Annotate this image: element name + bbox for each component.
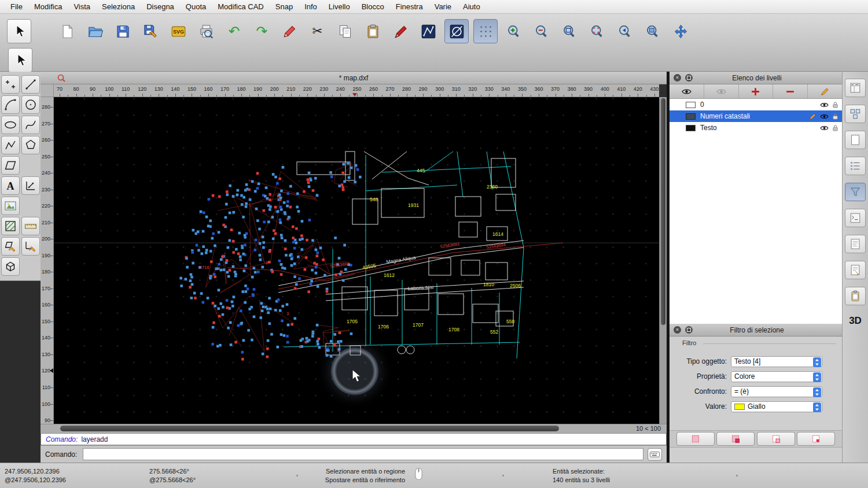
show-all-layers-button[interactable] (670, 84, 704, 98)
image-tool-button[interactable] (1, 197, 20, 215)
zoom-out-button[interactable] (530, 20, 553, 43)
vertical-scrollbar[interactable] (659, 97, 667, 424)
filter-select-button[interactable] (676, 432, 715, 446)
menu-modifica-cad[interactable]: Modifica CAD (212, 0, 269, 14)
drawing-canvas[interactable]: 4452360548193116144350516121810250617051… (54, 97, 659, 424)
filter-valore-dropdown[interactable]: Giallo (731, 401, 822, 412)
layer-lock-icon[interactable] (832, 124, 838, 132)
layer-row-testo[interactable]: Testo (670, 122, 842, 134)
filter-propriet-dropdown[interactable]: Colore (731, 371, 822, 382)
horizontal-scrollbar-thumb[interactable] (60, 426, 559, 431)
polyline-tools-button[interactable] (1, 136, 20, 154)
zoom-selection-button[interactable] (586, 20, 609, 43)
paste-button[interactable] (361, 20, 384, 43)
edit-dimension-tools-button[interactable] (21, 237, 40, 256)
script-panel-panel-button[interactable] (845, 235, 866, 253)
grid-toggle-button[interactable] (473, 19, 498, 43)
menu-livello[interactable]: Livello (323, 0, 356, 14)
layer-visibility-icon[interactable] (820, 125, 829, 131)
menu-vista[interactable]: Vista (68, 0, 96, 14)
add-layer-button[interactable] (739, 84, 774, 98)
copy-button[interactable] (333, 20, 356, 43)
command-options-panel-button[interactable] (845, 209, 866, 227)
close-filter-panel-button[interactable]: × (674, 326, 681, 334)
sheet-view-panel-button[interactable] (845, 131, 866, 149)
property-editor-panel-button[interactable] (845, 79, 866, 97)
layer-lock-icon[interactable] (832, 113, 838, 120)
dimension-tools-button[interactable] (21, 176, 40, 195)
menu-modifica[interactable]: Modifica (28, 0, 68, 14)
menu-disegna[interactable]: Disegna (141, 0, 180, 14)
zoom-window-button[interactable] (641, 20, 664, 43)
block-list-panel-button[interactable] (845, 105, 866, 123)
layer-edit-pencil-icon[interactable] (809, 113, 816, 120)
menu-aiuto[interactable]: Aiuto (457, 0, 486, 14)
selection-pointer-button[interactable] (8, 48, 32, 72)
filter-add-to-selection-button[interactable] (716, 432, 755, 446)
filter-tipo-oggetto-dropdown[interactable]: Testo [4] (731, 356, 822, 367)
command-keyboard-button[interactable] (648, 448, 662, 461)
layer-visibility-icon[interactable] (820, 102, 829, 108)
open-file-button[interactable] (83, 20, 106, 43)
measure-tool-button[interactable] (21, 217, 40, 235)
horizontal-scrollbar[interactable]: 10 < 100 (41, 424, 667, 433)
polygon-tools-button[interactable] (21, 136, 40, 154)
circle-tools-button[interactable] (21, 95, 40, 114)
menu-varie[interactable]: Varie (429, 0, 457, 14)
vertical-scrollbar-thumb[interactable] (661, 98, 665, 325)
svg-export-button[interactable]: SVG (167, 20, 190, 43)
menu-info[interactable]: Info (299, 0, 323, 14)
draw-pen-button[interactable] (278, 20, 301, 43)
plane-tools-button[interactable] (1, 156, 20, 175)
view-list-panel-button[interactable] (845, 157, 866, 175)
highlight-pen-button[interactable] (389, 20, 412, 43)
layer-row-0[interactable]: 0 (670, 99, 842, 110)
hide-all-layers-button[interactable] (704, 84, 739, 98)
cut-button[interactable]: ✂ (306, 20, 329, 43)
detach-layer-panel-button[interactable] (685, 74, 693, 82)
save-as-button[interactable] (139, 20, 162, 43)
solid-tools-button[interactable] (1, 257, 20, 276)
zoom-previous-button[interactable] (613, 20, 637, 43)
menu-snap[interactable]: Snap (270, 0, 299, 14)
selection-pointer-button[interactable] (7, 19, 31, 43)
pan-view-button[interactable] (669, 20, 692, 43)
print-preview-button[interactable] (194, 20, 218, 43)
menu-blocco[interactable]: Blocco (356, 0, 390, 14)
line-tools-button[interactable] (21, 75, 40, 94)
menu-quota[interactable]: Quota (180, 0, 212, 14)
filter-remove-from-selection-button[interactable] (757, 432, 795, 446)
save-file-button[interactable] (111, 20, 134, 43)
redo-button[interactable]: ↷ (250, 20, 273, 43)
zoom-auto-button[interactable] (558, 20, 581, 43)
text-tool-button[interactable]: A (1, 176, 20, 195)
remove-layer-button[interactable] (773, 84, 808, 98)
ruler-label: 370 (551, 86, 560, 92)
zoom-in-button[interactable] (502, 20, 525, 43)
point-tools-button[interactable] (1, 75, 20, 94)
circle-tool-button[interactable] (444, 19, 469, 43)
close-layer-panel-button[interactable]: × (674, 74, 681, 82)
filter-confronto-dropdown[interactable]: = (è) (731, 386, 822, 397)
clipboard-panel-panel-button[interactable] (845, 287, 866, 305)
detach-filter-panel-button[interactable] (685, 326, 693, 334)
new-file-button[interactable] (56, 20, 79, 43)
modify-tools-button[interactable] (1, 237, 20, 256)
layer-visibility-icon[interactable] (820, 113, 829, 120)
selection-filter-panel-button[interactable] (845, 183, 866, 201)
filter-intersect-selection-button[interactable] (797, 432, 835, 446)
arc-tools-button[interactable] (1, 95, 20, 114)
undo-button[interactable]: ↶ (222, 20, 245, 43)
menu-file[interactable]: File (5, 0, 28, 14)
edit-layer-button[interactable] (808, 84, 842, 98)
layer-lock-icon[interactable] (832, 101, 838, 109)
menu-finestra[interactable]: Finestra (390, 0, 429, 14)
notes-panel-panel-button[interactable] (845, 261, 866, 279)
command-input[interactable] (83, 448, 643, 460)
spline-tools-button[interactable] (21, 116, 40, 134)
menu-seleziona[interactable]: Seleziona (96, 0, 141, 14)
layer-row-numeri-catastali[interactable]: Numeri catastali (670, 110, 842, 122)
polyline-tool-button[interactable] (417, 20, 440, 43)
hatch-tool-button[interactable] (1, 217, 20, 235)
ellipse-tools-button[interactable] (1, 116, 20, 134)
